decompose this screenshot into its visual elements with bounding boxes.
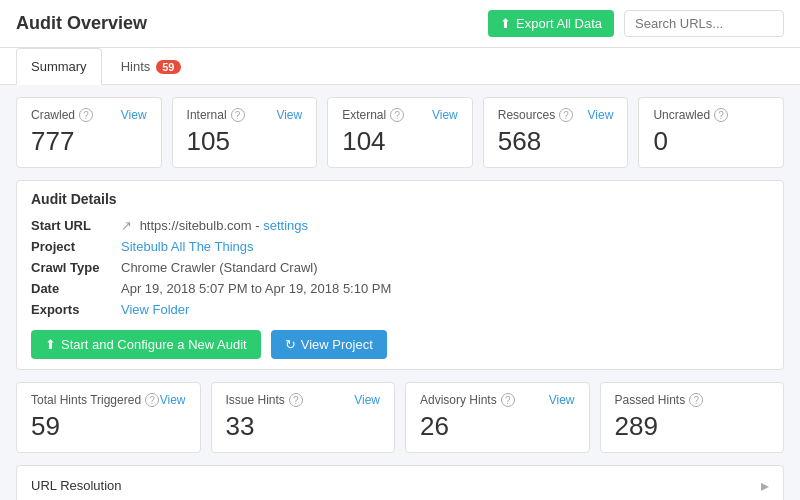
detail-row-exports: Exports View Folder (31, 299, 769, 320)
detail-row-date: Date Apr 19, 2018 5:07 PM to Apr 19, 201… (31, 278, 769, 299)
issue-hints-info-icon[interactable]: ? (289, 393, 303, 407)
audit-details: Audit Details Start URL ↗ https://sitebu… (16, 180, 784, 370)
total-hints-value: 59 (31, 411, 186, 442)
page-header: Audit Overview ⬆ Export All Data (0, 0, 800, 48)
crawl-type-value: Chrome Crawler (Standard Crawl) (121, 260, 318, 275)
exports-link[interactable]: View Folder (121, 302, 189, 317)
advisory-hints-info-icon[interactable]: ? (501, 393, 515, 407)
passed-hints-card: Passed Hints ? 289 (600, 382, 785, 453)
resources-card: Resources ? View 568 (483, 97, 629, 168)
bottom-stat-cards-row: Total Hints Triggered ? View 59 Issue Hi… (16, 382, 784, 453)
upload-icon: ⬆ (45, 337, 56, 352)
resources-view-link[interactable]: View (588, 108, 614, 122)
export-icon: ⬆ (500, 16, 511, 31)
crawled-view-link[interactable]: View (121, 108, 147, 122)
tab-hints[interactable]: Hints 59 (106, 48, 196, 85)
url-resolution-section: URL Resolution ▸ (16, 465, 784, 500)
advisory-hints-view-link[interactable]: View (549, 393, 575, 407)
search-input[interactable] (624, 10, 784, 37)
internal-value: 105 (187, 126, 303, 157)
external-card: External ? View 104 (327, 97, 473, 168)
uncrawled-info-icon[interactable]: ? (714, 108, 728, 122)
detail-row-crawl-type: Crawl Type Chrome Crawler (Standard Craw… (31, 257, 769, 278)
passed-hints-info-icon[interactable]: ? (689, 393, 703, 407)
resources-value: 568 (498, 126, 614, 157)
date-value: Apr 19, 2018 5:07 PM to Apr 19, 2018 5:1… (121, 281, 391, 296)
issue-hints-value: 33 (226, 411, 381, 442)
header-right: ⬆ Export All Data (488, 10, 784, 37)
total-hints-info-icon[interactable]: ? (145, 393, 159, 407)
issue-hints-view-link[interactable]: View (354, 393, 380, 407)
view-project-button[interactable]: ↻ View Project (271, 330, 387, 359)
internal-info-icon[interactable]: ? (231, 108, 245, 122)
crawled-card: Crawled ? View 777 (16, 97, 162, 168)
page-title: Audit Overview (16, 13, 147, 34)
internal-card: Internal ? View 105 (172, 97, 318, 168)
crawled-value: 777 (31, 126, 147, 157)
advisory-hints-card: Advisory Hints ? View 26 (405, 382, 590, 453)
advisory-hints-value: 26 (420, 411, 575, 442)
main-content: Crawled ? View 777 Internal ? View 105 (0, 85, 800, 500)
external-view-link[interactable]: View (432, 108, 458, 122)
issue-hints-card: Issue Hints ? View 33 (211, 382, 396, 453)
external-link-icon: ↗ (121, 218, 132, 233)
hints-badge: 59 (156, 60, 180, 74)
crawled-info-icon[interactable]: ? (79, 108, 93, 122)
project-link[interactable]: Sitebulb All The Things (121, 239, 254, 254)
audit-details-title: Audit Details (31, 191, 769, 207)
passed-hints-value: 289 (615, 411, 770, 442)
refresh-icon: ↻ (285, 337, 296, 352)
total-hints-card: Total Hints Triggered ? View 59 (16, 382, 201, 453)
external-info-icon[interactable]: ? (390, 108, 404, 122)
stat-cards-row: Crawled ? View 777 Internal ? View 105 (16, 97, 784, 168)
new-audit-button[interactable]: ⬆ Start and Configure a New Audit (31, 330, 261, 359)
tabs-bar: Summary Hints 59 (0, 48, 800, 85)
uncrawled-card: Uncrawled ? 0 (638, 97, 784, 168)
detail-row-start-url: Start URL ↗ https://sitebulb.com - setti… (31, 215, 769, 236)
resources-info-icon[interactable]: ? (559, 108, 573, 122)
external-value: 104 (342, 126, 458, 157)
start-url-settings-link[interactable]: settings (263, 218, 308, 233)
internal-view-link[interactable]: View (276, 108, 302, 122)
page-wrapper: Audit Overview ⬆ Export All Data Summary… (0, 0, 800, 500)
tab-summary[interactable]: Summary (16, 48, 102, 85)
export-all-data-button[interactable]: ⬆ Export All Data (488, 10, 614, 37)
action-buttons: ⬆ Start and Configure a New Audit ↻ View… (31, 330, 769, 359)
total-hints-view-link[interactable]: View (160, 393, 186, 407)
uncrawled-value: 0 (653, 126, 769, 157)
chevron-right-icon: ▸ (761, 476, 769, 495)
url-resolution-title: URL Resolution (31, 478, 122, 493)
detail-row-project: Project Sitebulb All The Things (31, 236, 769, 257)
